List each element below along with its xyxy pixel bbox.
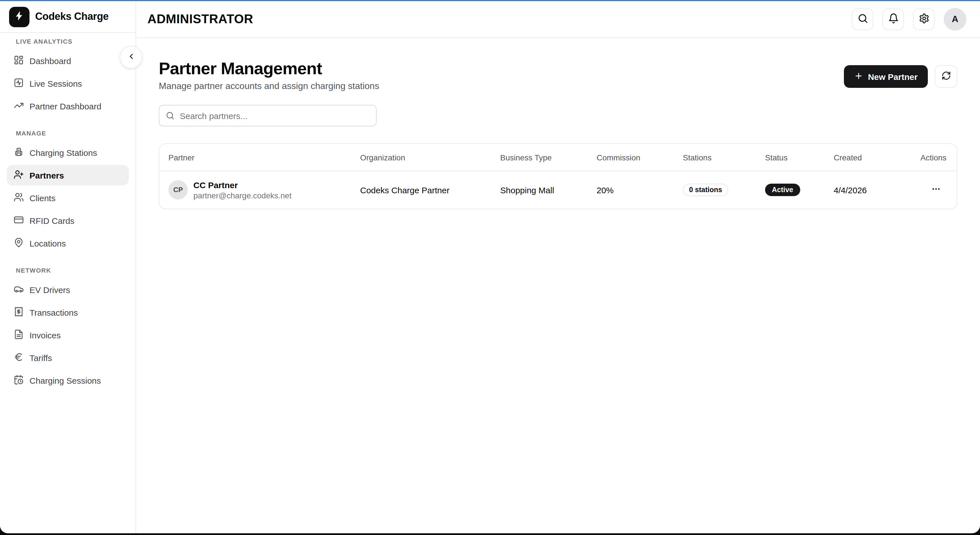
sidebar-item-rfid-cards[interactable]: RFID Cards bbox=[7, 210, 129, 231]
main-area: ADMINISTRATOR A bbox=[136, 1, 980, 533]
credit-card-icon bbox=[14, 214, 24, 226]
activity-icon bbox=[14, 77, 24, 89]
sidebar-item-label: Tariffs bbox=[30, 353, 52, 362]
column-header-created: Created bbox=[834, 153, 920, 162]
column-header-actions: Actions bbox=[920, 153, 957, 162]
file-text-icon bbox=[14, 329, 24, 341]
sidebar-item-live-sessions[interactable]: Live Sessions bbox=[7, 73, 129, 94]
section-label-manage: MANAGE bbox=[16, 130, 135, 137]
chevron-left-icon bbox=[127, 52, 135, 62]
brand-name: Codeks Charge bbox=[35, 11, 108, 23]
sidebar-logo-area: Codeks Charge bbox=[0, 1, 135, 33]
section-label-live-analytics: LIVE ANALYTICS bbox=[16, 38, 135, 45]
sidebar-item-label: Partners bbox=[30, 170, 64, 180]
user-plus-icon bbox=[14, 169, 24, 181]
column-header-stations: Stations bbox=[683, 153, 765, 162]
sidebar-item-label: Charging Sessions bbox=[30, 375, 101, 385]
sidebar-item-partner-dashboard[interactable]: Partner Dashboard bbox=[7, 96, 129, 116]
sidebar-item-ev-drivers[interactable]: EV Drivers bbox=[7, 279, 129, 300]
sidebar-item-label: EV Drivers bbox=[30, 285, 70, 294]
charging-station-icon bbox=[14, 146, 24, 159]
users-icon bbox=[14, 192, 24, 204]
partner-avatar: CP bbox=[169, 180, 188, 200]
partner-organization: Codeks Charge Partner bbox=[360, 185, 500, 195]
ellipsis-icon bbox=[931, 187, 941, 195]
sidebar: Codeks Charge LIVE ANALYTICS Dashboard L… bbox=[0, 1, 136, 533]
sidebar-item-label: Dashboard bbox=[30, 56, 71, 65]
sidebar-item-label: Invoices bbox=[30, 330, 61, 340]
column-header-organization: Organization bbox=[360, 153, 500, 162]
bell-icon bbox=[888, 13, 899, 25]
notifications-button[interactable] bbox=[883, 8, 904, 30]
sidebar-item-invoices[interactable]: Invoices bbox=[7, 325, 129, 345]
header-actions: A bbox=[852, 8, 966, 30]
sidebar-item-tariffs[interactable]: Tariffs bbox=[7, 348, 129, 368]
sidebar-item-label: Charging Stations bbox=[30, 148, 97, 157]
top-header: ADMINISTRATOR A bbox=[136, 1, 980, 38]
page-content: Partner Management Manage partner accoun… bbox=[136, 38, 980, 533]
table-header-row: Partner Organization Business Type Commi… bbox=[159, 144, 957, 171]
partner-business-type: Shopping Mall bbox=[500, 185, 597, 195]
page-title: Partner Management bbox=[159, 59, 379, 79]
page-subtitle: Manage partner accounts and assign charg… bbox=[159, 81, 379, 91]
lightning-bolt-icon bbox=[14, 10, 25, 24]
sidebar-item-label: RFID Cards bbox=[30, 216, 74, 225]
gear-icon bbox=[918, 13, 929, 25]
header-title: ADMINISTRATOR bbox=[148, 12, 253, 27]
receipt-icon bbox=[14, 306, 24, 318]
status-badge: Active bbox=[765, 184, 800, 196]
sidebar-nav: LIVE ANALYTICS Dashboard Live Sessions P… bbox=[0, 33, 135, 393]
sidebar-item-dashboard[interactable]: Dashboard bbox=[7, 51, 129, 71]
sidebar-item-label: Locations bbox=[30, 238, 66, 248]
sidebar-item-clients[interactable]: Clients bbox=[7, 187, 129, 208]
euro-icon bbox=[14, 352, 24, 364]
trending-up-icon bbox=[14, 100, 24, 112]
partner-commission: 20% bbox=[597, 185, 683, 195]
search-icon bbox=[857, 13, 868, 25]
sidebar-item-label: Clients bbox=[30, 193, 56, 203]
partner-name: CC Partner bbox=[193, 179, 291, 190]
calendar-clock-icon bbox=[14, 374, 24, 386]
partners-table: Partner Organization Business Type Commi… bbox=[159, 143, 957, 209]
new-partner-button-label: New Partner bbox=[868, 72, 918, 81]
car-icon bbox=[14, 284, 24, 295]
new-partner-button[interactable]: New Partner bbox=[844, 65, 928, 88]
dashboard-icon bbox=[14, 55, 24, 67]
column-header-status: Status bbox=[765, 153, 834, 162]
sidebar-item-label: Partner Dashboard bbox=[30, 101, 102, 111]
sidebar-item-charging-stations[interactable]: Charging Stations bbox=[7, 142, 129, 163]
sidebar-item-label: Transactions bbox=[30, 308, 78, 317]
sidebar-item-label: Live Sessions bbox=[30, 78, 82, 88]
brand-logo bbox=[9, 6, 30, 27]
sidebar-item-partners[interactable]: Partners bbox=[7, 165, 129, 185]
plus-icon bbox=[854, 71, 864, 82]
sidebar-collapse-button[interactable] bbox=[120, 46, 142, 68]
column-header-business-type: Business Type bbox=[500, 153, 597, 162]
row-actions-button[interactable] bbox=[929, 182, 943, 198]
search-partners-input[interactable] bbox=[159, 105, 377, 126]
partner-created-date: 4/4/2026 bbox=[834, 185, 920, 195]
map-pin-icon bbox=[14, 237, 24, 249]
screen: Codeks Charge LIVE ANALYTICS Dashboard L… bbox=[0, 0, 980, 535]
search-button[interactable] bbox=[852, 8, 873, 30]
sidebar-item-charging-sessions[interactable]: Charging Sessions bbox=[7, 370, 129, 391]
stations-badge: 0 stations bbox=[683, 184, 729, 196]
settings-button[interactable] bbox=[913, 8, 935, 30]
column-header-commission: Commission bbox=[597, 153, 683, 162]
refresh-button[interactable] bbox=[935, 65, 957, 88]
app-window: Codeks Charge LIVE ANALYTICS Dashboard L… bbox=[0, 0, 980, 533]
sidebar-item-locations[interactable]: Locations bbox=[7, 233, 129, 253]
column-header-partner: Partner bbox=[169, 153, 360, 162]
sidebar-item-transactions[interactable]: Transactions bbox=[7, 302, 129, 322]
section-label-network: NETWORK bbox=[16, 267, 135, 274]
table-row: CP CC Partner partner@charge.codeks.net … bbox=[159, 171, 957, 208]
refresh-icon bbox=[941, 71, 951, 82]
user-avatar[interactable]: A bbox=[944, 8, 966, 30]
partner-email: partner@charge.codeks.net bbox=[193, 190, 291, 200]
